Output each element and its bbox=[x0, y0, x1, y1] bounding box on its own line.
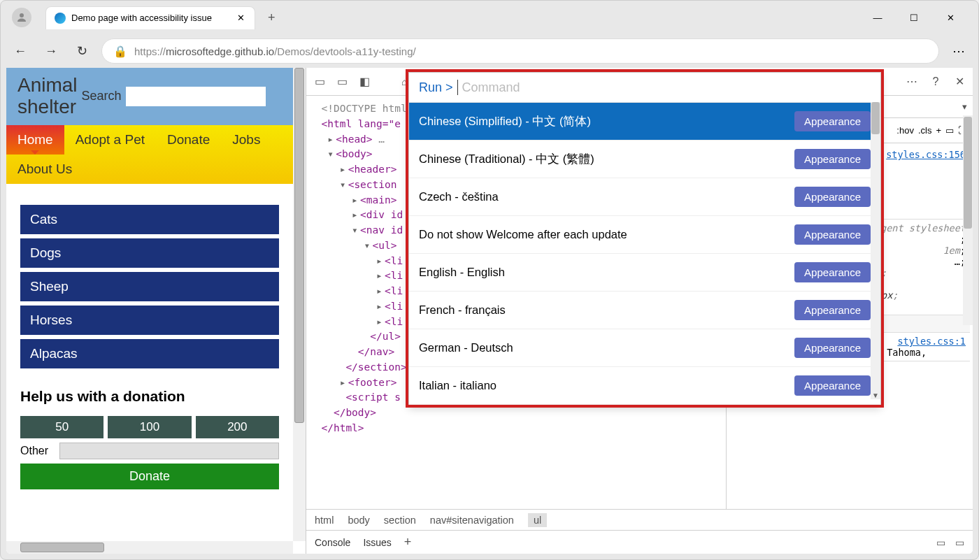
animal-alpacas[interactable]: Alpacas bbox=[20, 339, 279, 368]
other-amount-input[interactable] bbox=[59, 443, 279, 459]
styles-scrollbar[interactable] bbox=[963, 115, 973, 325]
donate-button[interactable]: Donate bbox=[20, 464, 279, 489]
styles-source-link[interactable]: styles.css:156 bbox=[886, 149, 966, 160]
main-nav: Home Adopt a Pet Donate Jobs About Us bbox=[6, 125, 293, 184]
minimize-button[interactable]: — bbox=[864, 6, 892, 29]
cmd-item-7[interactable]: Italian - italianoAppearance bbox=[409, 367, 880, 405]
bc-body[interactable]: body bbox=[348, 515, 369, 526]
devtools-help-icon[interactable]: ? bbox=[928, 74, 943, 89]
bc-html[interactable]: html bbox=[315, 515, 334, 526]
address-bar[interactable]: 🔒 https://microsoftedge.github.io/Demos/… bbox=[101, 38, 939, 64]
refresh-button[interactable]: ↻ bbox=[71, 40, 93, 62]
tab-close-icon[interactable]: ✕ bbox=[235, 13, 246, 24]
inspect-element-icon[interactable]: ▭ bbox=[312, 74, 327, 89]
dock-side-icon[interactable]: ◧ bbox=[357, 74, 372, 89]
nav-donate[interactable]: Donate bbox=[156, 125, 221, 155]
devtools-more-icon[interactable]: ⋯ bbox=[904, 74, 920, 89]
window-close-button[interactable]: ✕ bbox=[936, 6, 964, 29]
device-toggle-icon[interactable]: ▭ bbox=[334, 74, 350, 89]
animal-horses[interactable]: Horses bbox=[20, 306, 279, 335]
drawer-icon-2[interactable]: ▭ bbox=[955, 537, 964, 548]
page-vertical-scrollbar[interactable] bbox=[293, 68, 306, 541]
cmd-item-3[interactable]: Do not show Welcome after each updateApp… bbox=[409, 216, 880, 254]
cls-toggle[interactable]: .cls bbox=[918, 125, 932, 136]
command-input[interactable]: Run >Command bbox=[409, 73, 880, 103]
nav-about[interactable]: About Us bbox=[6, 155, 83, 184]
cmd-item-5[interactable]: French - françaisAppearance bbox=[409, 292, 880, 329]
bc-nav[interactable]: nav#sitenavigation bbox=[430, 515, 514, 526]
page-horizontal-scrollbar[interactable] bbox=[6, 541, 293, 554]
styles-more-icon[interactable]: ▾ bbox=[962, 101, 967, 112]
brand-logo: Animal shelter bbox=[17, 75, 78, 118]
cmd-menu-scrollbar[interactable]: ▼ bbox=[871, 102, 880, 399]
browser-tab[interactable]: Demo page with accessibility issue ✕ bbox=[45, 6, 255, 29]
styles-source-link-2[interactable]: styles.css:1 bbox=[897, 336, 966, 347]
profile-icon[interactable] bbox=[12, 8, 31, 27]
cmd-item-6[interactable]: German - DeutschAppearance bbox=[409, 329, 880, 367]
animal-dogs[interactable]: Dogs bbox=[20, 238, 279, 268]
maximize-button[interactable]: ☐ bbox=[900, 6, 928, 29]
cmd-item-4[interactable]: English - EnglishAppearance bbox=[409, 254, 880, 292]
page-header: Animal shelter Search bbox=[6, 68, 293, 125]
animal-sheep[interactable]: Sheep bbox=[20, 272, 279, 301]
donate-100[interactable]: 100 bbox=[108, 416, 191, 438]
search-label: Search bbox=[82, 89, 122, 103]
page-viewport: Animal shelter Search Home Adopt a Pet D… bbox=[6, 68, 306, 554]
new-rule-icon[interactable]: + bbox=[936, 125, 941, 136]
back-button[interactable]: ← bbox=[9, 40, 31, 62]
browser-more-icon[interactable]: ⋯ bbox=[948, 40, 970, 62]
svg-point-0 bbox=[20, 13, 24, 17]
cmd-item-2[interactable]: Czech - češtinaAppearance bbox=[409, 178, 880, 216]
drawer-issues[interactable]: Issues bbox=[363, 537, 391, 548]
drawer-icon-1[interactable]: ▭ bbox=[936, 537, 945, 548]
donate-50[interactable]: 50 bbox=[20, 416, 103, 438]
animal-cats[interactable]: Cats bbox=[20, 205, 279, 234]
donation-heading: Help us with a donation bbox=[20, 388, 279, 405]
drawer-console[interactable]: Console bbox=[315, 537, 350, 548]
other-label: Other bbox=[20, 445, 55, 457]
hov-toggle[interactable]: :hov bbox=[896, 125, 914, 136]
bc-ul[interactable]: ul bbox=[528, 513, 547, 527]
command-menu: Run >Command Chinese (Simplified) - 中文 (… bbox=[408, 72, 881, 405]
forward-button[interactable]: → bbox=[40, 40, 62, 62]
dom-breadcrumb: html body section nav#sitenavigation ul bbox=[306, 509, 973, 530]
new-tab-button[interactable]: + bbox=[268, 10, 276, 25]
tab-title: Demo page with accessibility issue bbox=[71, 13, 229, 23]
nav-adopt[interactable]: Adopt a Pet bbox=[64, 125, 156, 155]
drawer-add-icon[interactable]: + bbox=[404, 535, 412, 550]
cmd-item-0[interactable]: Chinese (Simplified) - 中文 (简体)Appearance bbox=[409, 103, 880, 141]
donate-200[interactable]: 200 bbox=[196, 416, 279, 438]
edge-favicon bbox=[55, 13, 66, 24]
nav-jobs[interactable]: Jobs bbox=[221, 125, 271, 155]
paint-icon[interactable]: ▭ bbox=[945, 125, 954, 136]
lock-icon: 🔒 bbox=[113, 45, 127, 58]
cmd-item-1[interactable]: Chinese (Traditional) - 中文 (繁體)Appearanc… bbox=[409, 141, 880, 178]
bc-section[interactable]: section bbox=[384, 515, 416, 526]
search-input[interactable] bbox=[126, 87, 266, 106]
devtools-panel: ▭ ▭ ◧ ⌂ Welcome </> Elements ▭ ✲ ◈ ◷ ⚙ ▭… bbox=[306, 68, 973, 554]
devtools-close-icon[interactable]: ✕ bbox=[952, 74, 967, 89]
url-text: https://microsoftedge.github.io/Demos/de… bbox=[134, 45, 416, 57]
nav-home[interactable]: Home bbox=[6, 125, 64, 155]
